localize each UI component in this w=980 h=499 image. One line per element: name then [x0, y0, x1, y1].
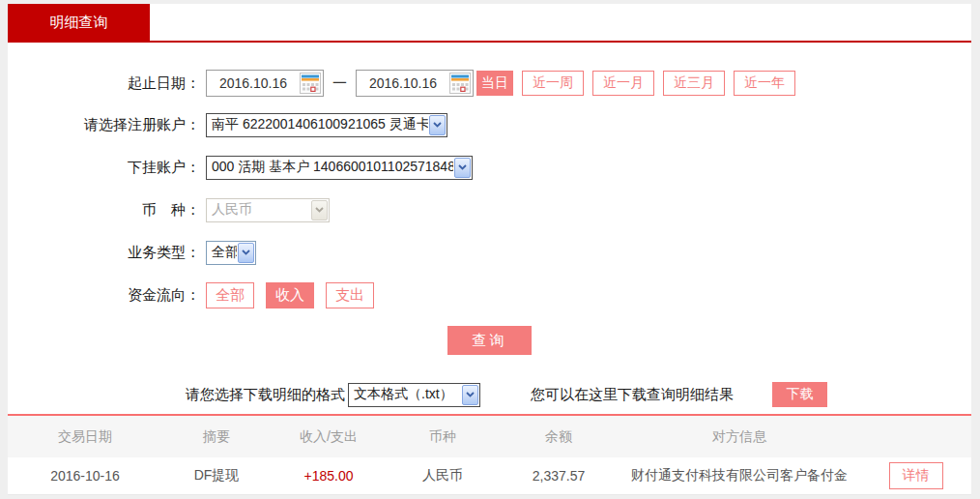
registered-account-value: 南平 6222001406100921065 灵通卡: [207, 116, 428, 133]
date-range-label: 起止日期：: [8, 74, 200, 93]
header-summary: 摘要: [162, 428, 271, 446]
quick-filter-year[interactable]: 近一年: [734, 71, 795, 96]
end-date-value: 2016.10.16: [357, 75, 449, 91]
cell-balance: 2,337.57: [499, 468, 619, 484]
header-balance: 余额: [499, 428, 619, 446]
download-format-label: 请您选择下载明细的格式: [186, 386, 345, 404]
cell-amount: +185.00: [271, 468, 387, 484]
fund-flow-label: 资金流向：: [8, 286, 200, 305]
business-type-value: 全部: [207, 244, 237, 261]
chevron-down-icon[interactable]: [429, 115, 446, 135]
currency-value: 人民币: [207, 201, 310, 219]
download-format-select[interactable]: 文本格式（.txt）: [348, 383, 480, 407]
calendar-icon[interactable]: [300, 73, 321, 94]
quick-filter-quarter[interactable]: 近三月: [663, 71, 725, 96]
tab-detail-query[interactable]: 明细查询: [8, 4, 150, 41]
header-income-expense: 收入/支出: [271, 428, 387, 446]
table-row: 2016-10-16 DF提现 +185.00 人民币 2,337.57 财付通…: [8, 457, 971, 495]
quick-filter-today[interactable]: 当日: [476, 71, 513, 96]
calendar-icon[interactable]: [449, 73, 471, 94]
start-date-input[interactable]: 2016.10.16: [206, 70, 324, 97]
quick-filter-week[interactable]: 近一周: [522, 71, 584, 96]
content-panel: 明细查询 起止日期： 2016.10.16: [8, 4, 971, 492]
registered-account-select[interactable]: 南平 6222001406100921065 灵通卡: [206, 113, 447, 137]
date-range-row: 起止日期： 2016.10.16: [8, 70, 971, 97]
end-date-input[interactable]: 2016.10.16: [356, 70, 474, 97]
query-button-row: 查询: [8, 326, 971, 355]
chevron-down-icon[interactable]: [238, 243, 254, 263]
download-format-value: 文本格式（.txt）: [349, 386, 461, 403]
chevron-down-icon[interactable]: [462, 385, 478, 405]
fund-flow-all-button[interactable]: 全部: [206, 282, 254, 308]
cell-currency: 人民币: [387, 467, 499, 484]
download-row: 请您选择下载明细的格式 文本格式（.txt） 您可以在这里下载查询明细结果 下载: [8, 382, 971, 407]
date-separator: 一: [332, 74, 347, 93]
download-button[interactable]: 下载: [772, 382, 827, 407]
sub-account-value: 000 活期 基本户 1406600101102571848: [207, 159, 453, 176]
currency-row: 币 种： 人民币: [8, 197, 971, 222]
business-type-label: 业务类型：: [8, 244, 200, 262]
cell-trade-date: 2016-10-16: [8, 468, 162, 484]
registered-account-row: 请选择注册账户： 南平 6222001406100921065 灵通卡: [8, 112, 971, 137]
fund-flow-expense-button[interactable]: 支出: [326, 282, 374, 308]
cell-counterparty: 财付通支付科技有限公司客户备付金: [619, 467, 860, 484]
query-form: 起止日期： 2016.10.16: [8, 43, 971, 407]
sub-account-label: 下挂账户：: [8, 159, 200, 177]
detail-button[interactable]: 详情: [889, 462, 943, 489]
chevron-down-icon[interactable]: [454, 158, 471, 178]
fund-flow-income-button[interactable]: 收入: [266, 282, 314, 308]
sub-account-row: 下挂账户： 000 活期 基本户 1406600101102571848: [8, 155, 971, 180]
currency-label: 币 种：: [8, 201, 200, 220]
header-trade-date: 交易日期: [8, 428, 162, 446]
registered-account-label: 请选择注册账户：: [8, 116, 200, 134]
business-type-select[interactable]: 全部: [206, 241, 256, 265]
cell-summary: DF提现: [162, 467, 271, 484]
table-header-row: 交易日期 摘要 收入/支出 币种 余额 对方信息: [8, 416, 971, 457]
header-currency: 币种: [387, 428, 499, 446]
business-type-row: 业务类型： 全部: [8, 240, 971, 265]
start-date-value: 2016.10.16: [207, 75, 300, 91]
quick-filter-month[interactable]: 近一月: [592, 71, 654, 96]
page-background: { "colors": { "brand_red": "#c30000", "s…: [0, 0, 980, 499]
fund-flow-row: 资金流向： 全部 收入 支出: [8, 282, 971, 308]
download-hint: 您可以在这里下载查询明细结果: [531, 386, 734, 404]
chevron-down-icon: [311, 200, 328, 220]
sub-account-select[interactable]: 000 活期 基本户 1406600101102571848: [206, 156, 473, 180]
header-counterparty: 对方信息: [619, 428, 860, 446]
currency-select: 人民币: [206, 198, 330, 222]
query-button[interactable]: 查询: [447, 326, 532, 355]
